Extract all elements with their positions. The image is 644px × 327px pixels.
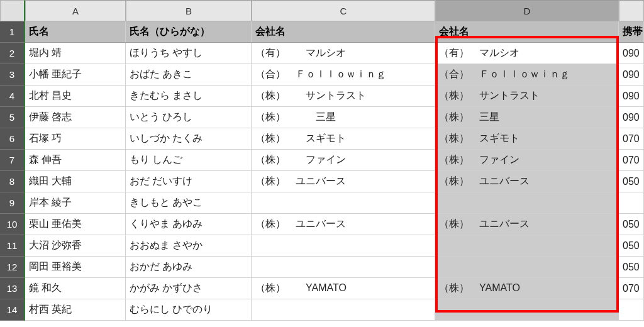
cell-D7[interactable]: （株） ファイン [435,150,619,171]
column-header-D[interactable]: D [435,0,619,21]
cell-E6[interactable]: 070 [619,128,644,150]
cell-C13[interactable]: （株） YAMATO [252,278,435,299]
cell-D12[interactable] [435,257,619,278]
column-header-E[interactable] [619,0,644,21]
cell-C12[interactable] [252,257,435,278]
cell-E8[interactable]: 050 [619,171,644,192]
row-header-6[interactable]: 6 [0,128,25,150]
row-header-1[interactable]: 1 [0,21,25,43]
cell-C11[interactable] [252,235,435,257]
cell-B13[interactable]: かがみ かずひさ [126,278,252,299]
cell-B14[interactable]: むらにし ひでのり [126,299,252,321]
cell-C5[interactable]: （株） 三星 [252,107,435,128]
cell-D6[interactable]: （株） スギモト [435,128,619,150]
cell-D13[interactable]: （株） YAMATO [435,278,619,299]
row-header-2[interactable]: 2 [0,43,25,64]
cell-B8[interactable]: おだ だいすけ [126,171,252,192]
cell-B11[interactable]: おおぬま さやか [126,235,252,257]
cell-C10[interactable]: （株） ユニバース [252,214,435,235]
cell-A10[interactable]: 栗山 亜佑美 [25,214,126,235]
cell-A2[interactable]: 堀内 靖 [25,43,126,64]
cell-A9[interactable]: 岸本 綾子 [25,192,126,214]
cell-D4[interactable]: （株） サントラスト [435,86,619,107]
cell-E11[interactable]: 050 [619,235,644,257]
cell-B7[interactable]: もり しんご [126,150,252,171]
cell-E13[interactable]: 070 [619,278,644,299]
header-cell-E[interactable]: 携帯 [619,21,644,43]
cell-A14[interactable]: 村西 英紀 [25,299,126,321]
cell-B5[interactable]: いとう ひろし [126,107,252,128]
row-header-7[interactable]: 7 [0,150,25,171]
row-header-5[interactable]: 5 [0,107,25,128]
cell-D14[interactable] [435,299,619,321]
row-header-13[interactable]: 13 [0,278,25,299]
row-header-10[interactable]: 10 [0,214,25,235]
cell-E9[interactable] [619,192,644,214]
cell-B10[interactable]: くりやま あゆみ [126,214,252,235]
cell-B6[interactable]: いしづか たくみ [126,128,252,150]
cell-C14[interactable] [252,299,435,321]
cell-B9[interactable]: きしもと あやこ [126,192,252,214]
cell-B4[interactable]: きたむら まさし [126,86,252,107]
cell-C7[interactable]: （株） ファイン [252,150,435,171]
column-header-A[interactable]: A [25,0,126,21]
row-header-3[interactable]: 3 [0,64,25,86]
cell-E12[interactable]: 050 [619,257,644,278]
cell-C2[interactable]: （有） マルシオ [252,43,435,64]
cell-C9[interactable] [252,192,435,214]
cell-A5[interactable]: 伊藤 啓志 [25,107,126,128]
cell-A12[interactable]: 岡田 亜裕美 [25,257,126,278]
column-header-C[interactable]: C [252,0,435,21]
cell-D5[interactable]: （株） 三星 [435,107,619,128]
header-cell-A[interactable]: 氏名 [25,21,126,43]
cell-B3[interactable]: おばた あきこ [126,64,252,86]
column-header-B[interactable]: B [126,0,252,21]
cell-E2[interactable]: 090 [619,43,644,64]
cell-D8[interactable]: （株） ユニバース [435,171,619,192]
cell-E10[interactable]: 050 [619,214,644,235]
cell-D9[interactable] [435,192,619,214]
cell-B2[interactable]: ほりうち やすし [126,43,252,64]
cell-D3[interactable]: （合） Ｆｏｌｌｏｗｉｎｇ [435,64,619,86]
cell-A8[interactable]: 織田 大輔 [25,171,126,192]
cell-A13[interactable]: 鏡 和久 [25,278,126,299]
row-header-8[interactable]: 8 [0,171,25,192]
cell-C6[interactable]: （株） スギモト [252,128,435,150]
cell-A11[interactable]: 大沼 沙弥香 [25,235,126,257]
row-header-4[interactable]: 4 [0,86,25,107]
select-all-corner[interactable] [0,0,25,21]
cell-E3[interactable]: 090 [619,64,644,86]
header-cell-B[interactable]: 氏名（ひらがな） [126,21,252,43]
cell-A4[interactable]: 北村 昌史 [25,86,126,107]
cell-C3[interactable]: （合） Ｆｏｌｌｏｗｉｎｇ [252,64,435,86]
row-header-9[interactable]: 9 [0,192,25,214]
cell-E14[interactable] [619,299,644,321]
cell-D11[interactable] [435,235,619,257]
cell-B12[interactable]: おかだ あゆみ [126,257,252,278]
header-cell-D[interactable]: 会社名 [435,21,619,43]
cell-C8[interactable]: （株） ユニバース [252,171,435,192]
header-cell-C[interactable]: 会社名 [252,21,435,43]
cell-A7[interactable]: 森 伸吾 [25,150,126,171]
cell-E4[interactable]: 090 [619,86,644,107]
cell-A3[interactable]: 小幡 亜紀子 [25,64,126,86]
cell-D10[interactable]: （株） ユニバース [435,214,619,235]
row-header-11[interactable]: 11 [0,235,25,257]
cell-E5[interactable]: 090 [619,107,644,128]
cell-D2[interactable]: （有） マルシオ [435,43,619,64]
cell-A6[interactable]: 石塚 巧 [25,128,126,150]
cell-C4[interactable]: （株） サントラスト [252,86,435,107]
cell-E7[interactable]: 070 [619,150,644,171]
row-header-14[interactable]: 14 [0,299,25,321]
row-header-12[interactable]: 12 [0,257,25,278]
